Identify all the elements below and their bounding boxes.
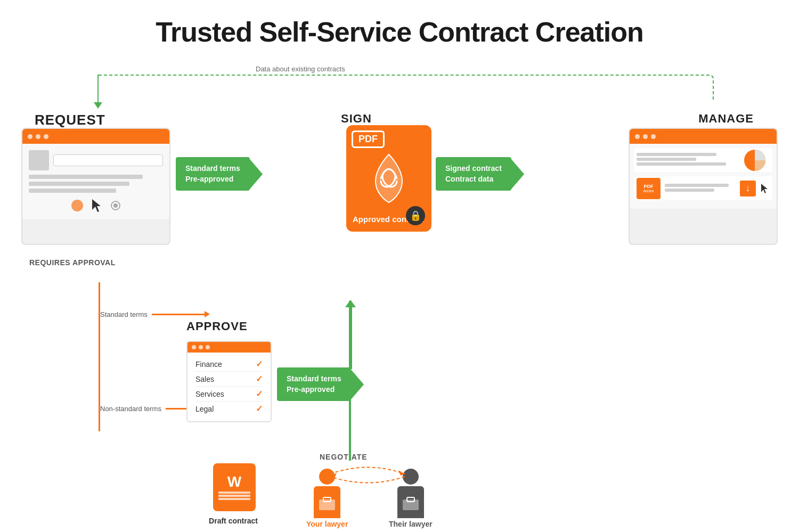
manage-browser-content: PDF Adobe ↓ (630, 144, 777, 209)
wline3 (218, 498, 250, 500)
request-browser-content (22, 144, 169, 219)
mline5 (665, 189, 714, 192)
m-dot3 (651, 134, 656, 139)
dot3 (44, 134, 48, 139)
standard-terms-text: Standard terms (100, 310, 148, 318)
manage-browser-titlebar (630, 129, 777, 144)
sales-check: ✓ (256, 374, 263, 384)
list-dot1 (192, 345, 196, 349)
briefcase-icon-theirs (400, 494, 421, 510)
sign-label: SIGN (341, 112, 372, 126)
approve-list-header (187, 342, 271, 353)
pre-approved-arrowhead (250, 159, 263, 189)
adobe-text: Adobe (643, 189, 654, 193)
pie-chart (740, 147, 770, 174)
legal-label: Legal (195, 405, 214, 413)
dashed-down-arrowhead (94, 102, 102, 109)
req-line2 (29, 182, 129, 186)
req-line1 (29, 175, 143, 179)
signed-contract-text: Signed contract Contract data (445, 163, 502, 184)
req-line3 (29, 189, 116, 193)
manage-row-chart (634, 148, 772, 172)
list-dot3 (206, 345, 210, 349)
data-label: Data about existing contracts (256, 65, 345, 73)
manage-lines-left (637, 153, 736, 167)
negotiate-arrows (320, 458, 415, 490)
cursor-circle (71, 200, 83, 211)
cursor-icon-manage (760, 183, 770, 194)
svg-marker-2 (761, 184, 768, 193)
download-icon: ↓ (740, 181, 756, 197)
word-doc-lines (218, 490, 250, 501)
word-draft-icon: W (213, 463, 256, 511)
finance-label: Finance (195, 360, 222, 369)
manage-row-pdf: PDF Adobe ↓ (634, 176, 772, 200)
download-arrow: ↓ (746, 183, 751, 194)
their-lawyer-label: Their lawyer (389, 520, 433, 528)
svg-marker-0 (92, 199, 101, 212)
approve-item-sales: Sales ✓ (195, 372, 263, 387)
dot2 (36, 134, 40, 139)
m-dot2 (643, 134, 648, 139)
cursor-icon (91, 198, 103, 213)
approve-label: APPROVE (186, 320, 248, 333)
pdf-small-text: PDF (644, 184, 654, 189)
standard-terms-row: Standard terms (100, 310, 205, 318)
pdf-approved-icon: PDF Approved contract 🔒 (346, 125, 431, 232)
mline2 (637, 158, 696, 161)
sales-label: Sales (195, 375, 214, 383)
approve-checklist: Finance ✓ Sales ✓ Services ✓ Legal ✓ (186, 341, 272, 422)
approve-item-legal: Legal ✓ (195, 402, 263, 416)
draft-contract-label: Draft contract (207, 517, 260, 525)
lock-symbol: 🔒 (410, 210, 421, 222)
your-lawyer-body (314, 486, 340, 518)
wline1 (218, 492, 250, 494)
radio-inner (113, 203, 118, 208)
pdf-badge: PDF (352, 130, 385, 148)
approve-item-services: Services ✓ (195, 387, 263, 402)
std-arrow-line (152, 314, 205, 315)
pre-approved-text: Standard terms Pre-approved (185, 163, 240, 184)
manage-lines-right (665, 184, 736, 193)
wline2 (218, 495, 250, 497)
signed-arrowhead (511, 159, 524, 189)
manage-label: MANAGE (698, 112, 754, 126)
approve-item-finance: Finance ✓ (195, 357, 263, 372)
page-title: Trusted Self-Service Contract Creation (0, 0, 799, 48)
request-browser (21, 128, 170, 245)
radio-button (111, 201, 120, 210)
manage-browser: PDF Adobe ↓ (629, 128, 778, 245)
m-dot1 (635, 134, 640, 139)
briefcase-icon-yours (316, 494, 338, 510)
req-square (29, 150, 49, 170)
legal-check: ✓ (256, 404, 263, 414)
mline4 (665, 184, 729, 187)
pdf-small-icon: PDF Adobe (637, 178, 661, 199)
std-approved-arrowhead (351, 370, 364, 399)
requires-approval-label: REQUIRES APPROVAL (29, 258, 116, 267)
dashed-top-line (99, 75, 714, 101)
mline1 (637, 153, 716, 156)
dot1 (28, 134, 32, 139)
req-input (53, 154, 163, 166)
req-top-row (29, 150, 163, 170)
standard-approved-text: Standard terms Pre-approved (287, 374, 341, 395)
services-label: Services (195, 390, 224, 398)
mline3 (637, 162, 726, 166)
services-check: ✓ (256, 389, 263, 399)
svg-marker-7 (398, 470, 405, 476)
finance-check: ✓ (256, 359, 263, 369)
your-lawyer-label: Your lawyer (306, 520, 348, 528)
non-standard-terms-text: Non-standard terms (100, 405, 161, 413)
req-cursor-area (29, 198, 163, 213)
request-label: REQUEST (35, 112, 105, 128)
green-vert-negotiate (349, 301, 351, 461)
diagram-container: Data about existing contracts REQUEST (0, 59, 799, 532)
their-lawyer-body (397, 486, 424, 518)
list-dot2 (199, 345, 203, 349)
standard-approved-arrow: Standard terms Pre-approved (277, 367, 351, 401)
dashed-down-arrow (97, 75, 99, 104)
word-w-letter: W (227, 473, 241, 490)
request-browser-titlebar (22, 129, 169, 144)
pre-approved-arrow: Standard terms Pre-approved (176, 157, 250, 191)
